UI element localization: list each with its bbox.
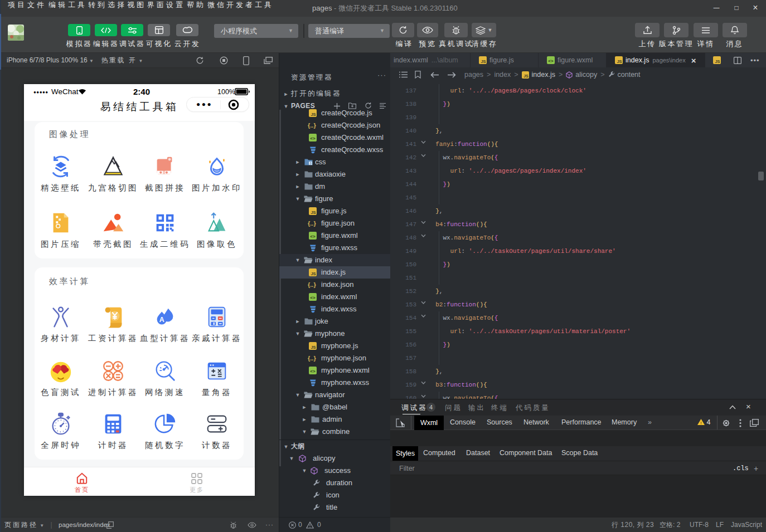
svg-text:JS: JS <box>311 271 316 276</box>
svg-text:JS: JS <box>311 345 316 350</box>
svg-text:JS: JS <box>617 59 622 64</box>
svg-text:JS: JS <box>311 112 316 117</box>
svg-text:<>: <> <box>310 234 316 239</box>
svg-text:JS: JS <box>311 210 316 215</box>
svg-text:A: A <box>159 316 164 324</box>
svg-text:!: ! <box>701 421 702 425</box>
svg-text:<>: <> <box>310 369 316 374</box>
svg-text:JS: JS <box>523 74 529 77</box>
svg-text:JS: JS <box>715 59 720 64</box>
svg-text:<>: <> <box>548 58 554 64</box>
svg-text:<>: <> <box>310 295 316 300</box>
svg-text:3: 3 <box>309 162 311 165</box>
svg-text:JS: JS <box>481 59 486 64</box>
svg-text:<>: <> <box>310 136 316 141</box>
